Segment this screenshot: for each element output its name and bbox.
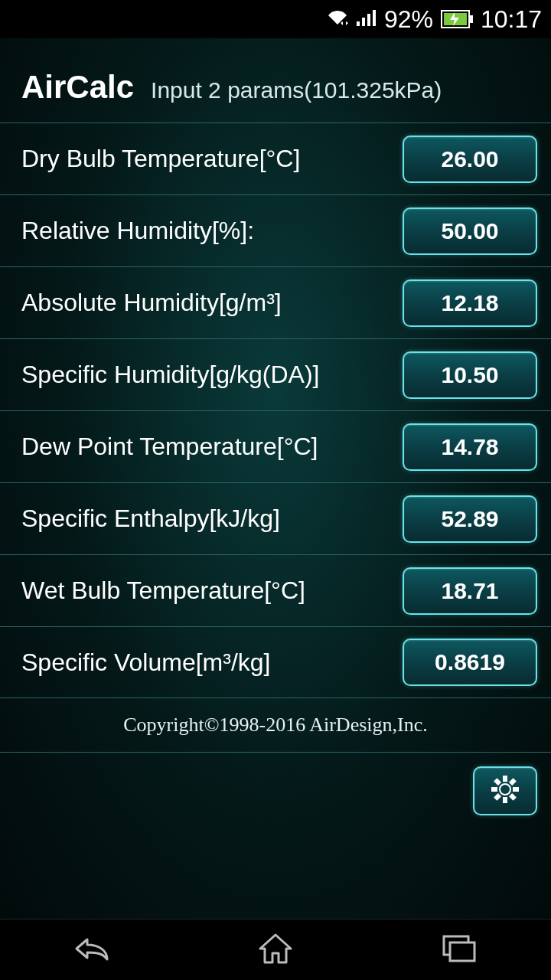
- param-label: Dew Point Temperature[°C]: [21, 433, 318, 461]
- gear-icon: [490, 774, 520, 808]
- parameter-list: Dry Bulb Temperature[°C] 26.00 Relative …: [0, 122, 551, 698]
- svg-rect-2: [367, 14, 370, 26]
- back-icon: [70, 932, 113, 969]
- value-button-relative-humidity[interactable]: 50.00: [403, 207, 537, 255]
- copyright-text: Copyright©1998-2016 AirDesign,Inc.: [0, 698, 551, 753]
- row-absolute-humidity: Absolute Humidity[g/m³] 12.18: [0, 266, 551, 338]
- row-specific-volume: Specific Volume[m³/kg] 0.8619: [0, 626, 551, 698]
- svg-rect-8: [503, 797, 507, 803]
- value-button-dew-point[interactable]: 14.78: [403, 423, 537, 471]
- svg-point-15: [500, 785, 510, 794]
- battery-percent: 92%: [384, 5, 433, 34]
- svg-rect-10: [513, 787, 519, 792]
- row-dew-point: Dew Point Temperature[°C] 14.78: [0, 410, 551, 482]
- back-button[interactable]: [46, 927, 138, 973]
- value-button-absolute-humidity[interactable]: 12.18: [403, 279, 537, 327]
- app-title: AirCalc: [21, 69, 134, 106]
- cell-signal-icon: [355, 5, 377, 34]
- param-label: Wet Bulb Temperature[°C]: [21, 577, 305, 605]
- wifi-sync-icon: [326, 5, 349, 34]
- value-button-specific-enthalpy[interactable]: 52.89: [403, 495, 537, 543]
- app-header: AirCalc Input 2 params(101.325kPa): [0, 38, 551, 122]
- svg-rect-13: [494, 778, 501, 786]
- param-label: Specific Enthalpy[kJ/kg]: [21, 505, 280, 533]
- svg-rect-9: [491, 787, 497, 792]
- app-subtitle: Input 2 params(101.325kPa): [151, 77, 442, 103]
- param-label: Absolute Humidity[g/m³]: [21, 289, 282, 317]
- home-icon: [257, 932, 294, 969]
- svg-rect-0: [357, 21, 360, 26]
- value-button-dry-bulb[interactable]: 26.00: [403, 136, 537, 183]
- param-label: Relative Humidity[%]:: [21, 217, 254, 245]
- svg-rect-5: [470, 15, 473, 23]
- status-bar: 92% 10:17: [0, 0, 551, 38]
- clock-time: 10:17: [481, 5, 542, 34]
- svg-rect-14: [509, 793, 517, 801]
- recent-apps-button[interactable]: [413, 927, 505, 973]
- row-wet-bulb: Wet Bulb Temperature[°C] 18.71: [0, 554, 551, 626]
- svg-rect-1: [362, 18, 365, 26]
- svg-rect-11: [509, 778, 517, 786]
- svg-rect-17: [450, 942, 474, 961]
- svg-rect-7: [503, 776, 507, 782]
- value-button-wet-bulb[interactable]: 18.71: [403, 567, 537, 615]
- row-relative-humidity: Relative Humidity[%]: 50.00: [0, 194, 551, 266]
- svg-rect-3: [373, 10, 376, 26]
- navigation-bar: [0, 919, 551, 980]
- recent-apps-icon: [441, 933, 478, 967]
- param-label: Specific Volume[m³/kg]: [21, 648, 270, 677]
- param-label: Dry Bulb Temperature[°C]: [21, 145, 300, 173]
- row-specific-humidity: Specific Humidity[g/kg(DA)] 10.50: [0, 338, 551, 410]
- home-button[interactable]: [230, 927, 321, 973]
- settings-button[interactable]: [473, 766, 537, 815]
- value-button-specific-volume[interactable]: 0.8619: [403, 639, 537, 686]
- row-specific-enthalpy: Specific Enthalpy[kJ/kg] 52.89: [0, 482, 551, 554]
- row-dry-bulb-temperature: Dry Bulb Temperature[°C] 26.00: [0, 122, 551, 194]
- value-button-specific-humidity[interactable]: 10.50: [403, 351, 537, 399]
- param-label: Specific Humidity[g/kg(DA)]: [21, 361, 319, 389]
- svg-rect-12: [494, 793, 501, 801]
- battery-icon: [441, 10, 473, 28]
